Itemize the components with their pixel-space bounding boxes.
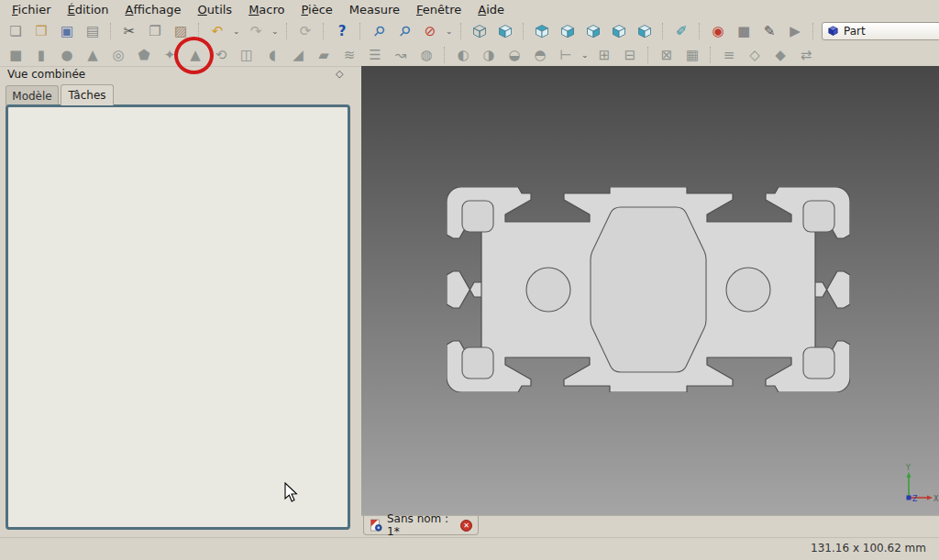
part-join-cutout-icon[interactable]: ⊟	[620, 45, 640, 65]
toolbar-separator	[523, 23, 525, 39]
toolbar-separator	[662, 23, 665, 39]
menu-piece[interactable]: Pièce	[293, 1, 341, 18]
part-shape-from-mesh-icon[interactable]: ◇	[745, 45, 765, 65]
dock-title: Vue combinée	[7, 68, 85, 81]
part-cylinder-icon[interactable]: ▮	[31, 45, 51, 65]
toolbar-separator	[323, 23, 326, 39]
toolbar-part: ■▮●▲◎⬟✦▲⟲◫◖◢▰≋☰↝◍◐◑◒◓⊢⌄⊞⊟⊠▦≡◇◆⇄	[0, 43, 939, 67]
workbench-selector[interactable]: Part⌄	[822, 22, 939, 40]
toolbar-separator	[647, 47, 650, 63]
part-common-icon[interactable]: ◒	[504, 45, 525, 65]
document-tab[interactable]: Sans nom : 1* ✕	[363, 516, 479, 535]
profile-circle	[726, 268, 770, 312]
top-view-icon[interactable]	[532, 21, 552, 41]
refresh-icon[interactable]: ⟳	[295, 21, 315, 41]
part-shape-builder-icon[interactable]: ✦	[160, 45, 180, 65]
macro-edit-icon[interactable]: ✎	[759, 21, 779, 41]
macro-stop-icon[interactable]: ■	[734, 21, 754, 41]
draw-style-icon[interactable]: ⊘	[420, 21, 440, 41]
part-union-icon[interactable]: ◐	[453, 45, 473, 65]
bottom-view-icon[interactable]	[609, 21, 629, 41]
dimensions-readout: 131.16 x 100.62 mm	[811, 542, 926, 555]
tab-modele[interactable]: Modèle	[6, 85, 59, 105]
dock-float-icon[interactable]: ◇	[336, 68, 343, 80]
document-tab-label: Sans nom : 1*	[387, 512, 456, 538]
new-document-icon[interactable]: ❏	[6, 21, 26, 41]
menu-outils[interactable]: Outils	[190, 1, 241, 18]
part-make-face-icon[interactable]: ▰	[314, 45, 334, 65]
part-cut-icon[interactable]: ◑	[479, 45, 499, 65]
menu-edition[interactable]: Édition	[60, 1, 117, 18]
part-join-embed-icon[interactable]: ⊞	[594, 45, 614, 65]
axonometric-view-icon[interactable]	[470, 21, 490, 41]
print-icon[interactable]: ▤	[83, 21, 103, 41]
close-document-icon[interactable]: ✕	[460, 520, 472, 532]
toolbar-separator	[710, 47, 713, 63]
macro-execute-icon[interactable]: ▶	[785, 21, 805, 41]
toolbar-separator	[460, 23, 463, 39]
redo-icon[interactable]: ↷	[246, 21, 266, 41]
part-revolve-icon[interactable]: ⟲	[211, 45, 231, 65]
open-document-icon[interactable]: ❒	[31, 21, 51, 41]
join-dropdown-icon[interactable]: ⌄	[581, 50, 589, 60]
part-chamfer-icon[interactable]: ◢	[288, 45, 308, 65]
mouse-cursor	[284, 482, 301, 504]
part-create-primitives-icon[interactable]: ⬟	[134, 45, 154, 65]
extruded-profile	[447, 187, 850, 392]
axis-indicator: Y Z X	[898, 463, 939, 509]
zoom-icon[interactable]: ⚲	[394, 21, 414, 41]
center-cavity	[591, 207, 706, 372]
copy-icon[interactable]: ❐	[145, 21, 165, 41]
rear-view-icon[interactable]	[583, 21, 603, 41]
part-loft-icon[interactable]: ☰	[365, 45, 385, 65]
menu-measure[interactable]: Measure	[341, 1, 408, 18]
undo-icon[interactable]: ↶	[207, 21, 227, 41]
measure-distance-icon[interactable]: ✐	[671, 21, 691, 41]
toolbar-separator	[444, 47, 447, 63]
part-boolean-fragments-icon[interactable]: ⊠	[657, 45, 677, 65]
part-cross-sections-icon[interactable]: ≡	[719, 45, 739, 65]
part-slice-apart-icon[interactable]: ▦	[682, 45, 702, 65]
menu-aide[interactable]: Aide	[470, 1, 513, 18]
part-thickness-icon[interactable]: ◍	[416, 45, 436, 65]
status-bar: 131.16 x 100.62 mm	[0, 537, 939, 560]
cut-icon[interactable]: ✂	[119, 21, 139, 41]
menu-fenetre[interactable]: Fenêtre	[408, 1, 470, 18]
corner-square	[803, 347, 834, 379]
axis-x-label: X	[933, 495, 939, 503]
part-join-connect-icon[interactable]: ⊢	[556, 45, 576, 65]
part-fillet-icon[interactable]: ◖	[262, 45, 282, 65]
draw-style-dropdown-icon[interactable]: ⌄	[446, 27, 453, 36]
part-box-icon[interactable]: ■	[6, 45, 26, 65]
task-panel	[6, 104, 350, 530]
toolbar-separator	[699, 23, 701, 39]
part-sweep-icon[interactable]: ↝	[391, 45, 411, 65]
part-torus-icon[interactable]: ◎	[108, 45, 128, 65]
part-sphere-icon[interactable]: ●	[57, 45, 77, 65]
right-view-icon[interactable]	[558, 21, 578, 41]
part-extrude-icon[interactable]: ▲	[185, 45, 205, 65]
part-convert-to-solid-icon[interactable]: ◆	[770, 45, 790, 65]
whats-this-icon[interactable]: ?	[332, 21, 352, 41]
menu-affichage[interactable]: Affichage	[116, 1, 189, 18]
part-reverse-shapes-icon[interactable]: ⇄	[796, 45, 816, 65]
left-view-icon[interactable]	[635, 21, 655, 41]
tab-taches[interactable]: Tâches	[61, 84, 114, 105]
3d-viewport[interactable]: Y Z X	[361, 66, 939, 515]
redo-dropdown-icon[interactable]: ⌄	[271, 27, 279, 36]
front-view-icon[interactable]	[495, 21, 515, 41]
save-document-icon[interactable]: ▣	[57, 21, 77, 41]
part-cone-icon[interactable]: ▲	[83, 45, 103, 65]
menu-macro[interactable]: Macro	[240, 1, 293, 18]
part-mirror-icon[interactable]: ◫	[237, 45, 257, 65]
part-section-icon[interactable]: ◓	[530, 45, 550, 65]
fit-all-icon[interactable]: ⚲	[369, 21, 389, 41]
macro-record-icon[interactable]: ◉	[708, 21, 728, 41]
part-ruled-surface-icon[interactable]: ≋	[339, 45, 359, 65]
toolbar-separator	[359, 23, 362, 39]
corner-square	[462, 201, 493, 232]
menu-fichier[interactable]: Fichier	[4, 1, 60, 18]
toolbar-separator	[110, 23, 113, 39]
paste-icon[interactable]: ▨	[171, 21, 191, 41]
undo-dropdown-icon[interactable]: ⌄	[233, 27, 240, 36]
